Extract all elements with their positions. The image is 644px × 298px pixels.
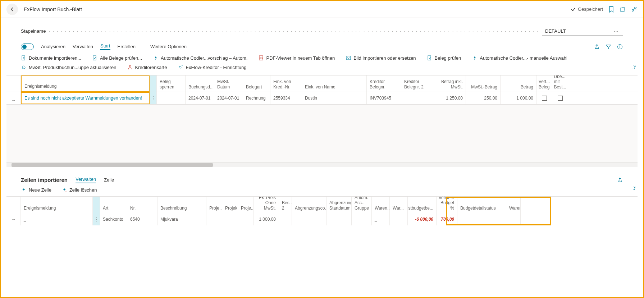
col-mwst-betrag[interactable]: MwSt.-Betrag — [466, 75, 501, 92]
svg-rect-5 — [93, 56, 96, 60]
uebe-best-checkbox[interactable] — [558, 96, 563, 101]
bookmark-icon[interactable] — [608, 6, 615, 13]
section-import-lines-title: Zeilen importieren — [21, 177, 68, 183]
cell2-restbudget: -6 000,00 — [415, 217, 433, 222]
table-row[interactable]: → Es sind noch nicht akzeptierte Warnmel… — [6, 92, 638, 104]
cell2-nr[interactable]: 6540 — [127, 213, 157, 225]
cell-eink-nr[interactable]: 2559334 — [270, 92, 302, 104]
svg-rect-3 — [620, 46, 620, 48]
col-selector — [6, 75, 21, 92]
share-icon[interactable] — [594, 43, 600, 50]
batch-lookup-icon[interactable]: ⋯ — [612, 28, 620, 34]
cell2-art[interactable]: Sachkonto — [100, 213, 127, 225]
col-uebe-best[interactable]: Übe... mit Best... — [552, 75, 568, 92]
batch-name-input[interactable]: DEFAULT ⋯ — [542, 26, 623, 36]
saved-indicator: Gespeichert — [571, 6, 603, 12]
action-vat-group[interactable]: MwSt. Produktbuchun...uppe aktualisieren — [21, 64, 117, 70]
section2-tab-manage[interactable]: Verwalten — [76, 176, 96, 183]
col-eink-kred-nr[interactable]: Eink. von Kred.-Nr. — [270, 75, 302, 92]
tab-start[interactable]: Start — [100, 43, 110, 50]
checkmark-icon — [571, 7, 576, 12]
col-vert-beleg[interactable]: Vert... Beleg — [536, 75, 552, 92]
col2-nr[interactable]: Nr. — [127, 197, 157, 213]
tab-create[interactable]: Erstellen — [118, 44, 136, 49]
cell-mwst-datum[interactable]: 2024-07-01 — [214, 92, 243, 104]
col-eink-name[interactable]: Eink. von Name — [302, 75, 367, 92]
col-beleg-sperren[interactable]: Beleg sperren — [157, 75, 186, 92]
col-belegart[interactable]: Belegart — [243, 75, 270, 92]
cell2-ek[interactable]: 1 000,00 — [254, 213, 279, 225]
tab-more-options[interactable]: Weitere Optionen — [150, 44, 187, 49]
col2-verw-budget[interactable]: Verwe... Budget % — [437, 197, 457, 213]
row2-more-button[interactable]: ⋮ — [93, 213, 100, 225]
col2-ek-preis[interactable]: EK-Preis Ohne MwSt. — [254, 197, 279, 213]
col2-waren3[interactable]: Waren... — [506, 197, 521, 213]
col2-bes2[interactable]: Bes... 2 — [279, 197, 292, 213]
action-check-document[interactable]: Beleg prüfen — [427, 55, 461, 61]
action-import-documents[interactable]: Dokumente importieren... — [21, 55, 81, 61]
col-mwst-datum[interactable]: MwSt. Datum — [214, 75, 243, 92]
action-check-all[interactable]: Alle Belege prüfen... — [92, 55, 142, 61]
col2-projekt1[interactable]: Proje... — [206, 197, 222, 213]
action-auto-coding-manual[interactable]: Automatische Codier...- manuelle Auswahl — [472, 55, 567, 61]
horizontal-scrollbar[interactable] — [6, 162, 638, 167]
col2-waren2[interactable]: War... — [390, 197, 408, 213]
popout-icon[interactable] — [620, 6, 626, 13]
separator — [143, 43, 143, 50]
section2-tab-line[interactable]: Zeile — [104, 177, 114, 183]
cell-kred-beleg[interactable]: INV703945 — [367, 92, 401, 104]
cell-betrag[interactable]: 1 000,00 — [501, 92, 536, 104]
col2-event[interactable]: Ereignismeldung — [21, 197, 93, 213]
col2-projekt2[interactable]: Projek... — [222, 197, 238, 213]
col2-restbudget[interactable]: Restbudgetbe... — [408, 197, 437, 213]
cell-buchungsdatum[interactable]: 2024-07-01 — [186, 92, 214, 104]
table2-row[interactable]: → _ ⋮ Sachkonto 6540 Mjukvara 1 000,00 _… — [6, 213, 638, 225]
share-section-icon[interactable] — [617, 177, 623, 183]
row-more-button[interactable]: ⋮ — [150, 92, 157, 104]
tab-analyze[interactable]: Analysieren — [41, 44, 65, 49]
col-buchungsdatum[interactable]: Buchungsd... — [186, 75, 214, 92]
vert-beleg-checkbox[interactable] — [542, 96, 547, 101]
col2-autom-acc[interactable]: Autom. Acc.-Gruppe — [352, 197, 372, 213]
col2-waren1[interactable]: Waren... — [372, 197, 390, 213]
empty-grid-area — [6, 105, 638, 162]
col-row-actions — [150, 75, 157, 92]
col2-projekt3[interactable]: Proje... — [238, 197, 254, 213]
scroll-thumb[interactable] — [12, 163, 213, 167]
col2-art[interactable]: Art — [100, 197, 127, 213]
pin-section-icon[interactable] — [632, 185, 638, 191]
collapse-icon[interactable] — [631, 6, 638, 13]
action-pdf-viewer[interactable]: PDF PDF-Viewer in neuem Tab öffnen — [258, 55, 335, 61]
back-button[interactable] — [6, 4, 18, 15]
pin-icon[interactable] — [632, 64, 638, 69]
filter-icon[interactable] — [605, 43, 612, 50]
col-kreditor-belegnr2[interactable]: Kreditor Belegnr. 2 — [401, 75, 430, 92]
col-betrag-inkl-mwst[interactable]: Betrag inkl. MwSt. — [430, 75, 466, 92]
col2-abgrenzung-start[interactable]: Abgrenzung Startdatum — [326, 197, 352, 213]
cell2-war1[interactable]: _ — [372, 213, 390, 225]
action-delete-line[interactable]: Zeile löschen — [61, 187, 97, 193]
action-import-image[interactable]: Bild importieren oder ersetzen — [346, 55, 416, 61]
cell-eink-name[interactable]: Dustin — [302, 92, 367, 104]
col2-abgrenzungscode[interactable]: Abgrenzungsco... — [292, 197, 326, 213]
analyze-toggle[interactable] — [21, 43, 34, 50]
col2-beschreibung[interactable]: Beschreibung — [157, 197, 206, 213]
cell2-besch[interactable]: Mjukvara — [157, 213, 206, 225]
cell-mwst-betrag[interactable]: 250,00 — [466, 92, 501, 104]
info-icon[interactable] — [617, 43, 623, 50]
col-kreditor-belegnr[interactable]: Kreditor Belegnr. — [367, 75, 401, 92]
col2-budgetstatus[interactable]: Budgetdetailstatus — [457, 197, 506, 213]
action-vendor-card[interactable]: Kreditorenkarte — [127, 64, 167, 70]
col-event[interactable]: Ereignismeldung — [21, 75, 150, 92]
event-warning-link[interactable]: Es sind noch nicht akzeptierte Warnmeldu… — [24, 96, 142, 101]
action-new-line[interactable]: Neue Zeile — [21, 187, 51, 193]
col-betrag[interactable]: Betrag — [501, 75, 536, 92]
cell-betrag-mwst[interactable]: 1 250,00 — [430, 92, 466, 104]
cell2-event[interactable]: _ — [21, 213, 93, 225]
tab-manage[interactable]: Verwalten — [73, 44, 93, 49]
cell-belegart[interactable]: Rechnung — [243, 92, 270, 104]
action-auto-coding-suggestion[interactable]: Automatische Codier...vorschlag – Autom. — [153, 55, 247, 61]
svg-point-2 — [620, 45, 620, 46]
dotted-leader: · · · · · · · · · · · · · · · · · · · · … — [49, 28, 539, 34]
action-exflow-vendor-setup[interactable]: ExFlow-Kreditor - Einrichtung — [178, 64, 246, 70]
